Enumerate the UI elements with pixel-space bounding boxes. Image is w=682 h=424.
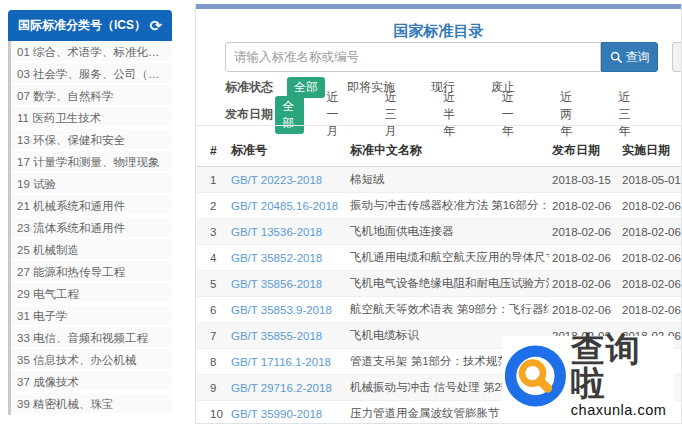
sidebar-item[interactable]: 11 医药卫生技术 <box>11 107 172 129</box>
search-icon <box>610 51 622 63</box>
search-button-label: 查询 <box>626 49 650 66</box>
implement-date-cell: 2018-02-06 <box>619 271 682 297</box>
row-index-cell: 9 <box>196 375 228 401</box>
implement-date-cell: 2018-05-01 <box>619 167 682 193</box>
sidebar-item[interactable]: 29 电气工程 <box>11 283 172 305</box>
row-index-cell: 10 <box>196 401 228 424</box>
watermark-domain: chaxunla.com <box>571 402 674 418</box>
ics-sidebar: 国际标准分类号（ICS） ⟳ 01 综合、术语学、标准化、文献03 社会学、服务… <box>8 10 172 415</box>
standard-number-cell: GB/T 20223-2018 <box>228 167 347 193</box>
publish-date-cell: 2018-02-06 <box>549 297 619 323</box>
implement-date-cell: 2018-02-06 <box>619 219 682 245</box>
standard-number-cell: GB/T 35852-2018 <box>228 245 347 271</box>
standard-number-link[interactable]: GB/T 35855-2018 <box>231 330 322 342</box>
watermark-text-block: 查询啦 chaxunla.com <box>571 332 674 418</box>
sidebar-item[interactable]: 35 信息技术、办公机械 <box>11 349 172 371</box>
standard-number-link[interactable]: GB/T 17116.1-2018 <box>231 356 331 368</box>
standard-name-cell: 飞机通用电缆和航空航天应用的导体尺寸… <box>347 245 549 271</box>
filter-option[interactable]: 近一月 <box>319 87 355 142</box>
sidebar-item[interactable]: 25 机械制造 <box>11 239 172 261</box>
publish-date-cell: 2018-02-06 <box>549 193 619 219</box>
sidebar-item[interactable]: 23 流体系统和通用件 <box>11 217 172 239</box>
sidebar-item[interactable]: 07 数学、自然科学 <box>11 85 172 107</box>
refresh-icon[interactable]: ⟳ <box>149 18 162 33</box>
table-header-cell: 标准中文名称 <box>347 135 549 167</box>
sidebar-item[interactable]: 21 机械系统和通用件 <box>11 195 172 217</box>
table-row: 2GB/T 20485.16-2018振动与冲击传感器校准方法 第16部分：地…… <box>196 193 682 219</box>
standard-number-cell: GB/T 35856-2018 <box>228 271 347 297</box>
table-row: 6GB/T 35853.9-2018航空航天等效术语表 第9部分：飞行器结构20… <box>196 297 682 323</box>
standard-name-cell: 航空航天等效术语表 第9部分：飞行器结构 <box>347 297 549 323</box>
row-index-cell: 6 <box>196 297 228 323</box>
table-header-cell: # <box>196 135 228 167</box>
standard-number-link[interactable]: GB/T 35856-2018 <box>231 278 322 290</box>
standard-number-cell: GB/T 35990-2018 <box>228 401 347 424</box>
publish-date-cell: 2018-03-15 <box>549 167 619 193</box>
standard-number-cell: GB/T 20485.16-2018 <box>228 193 347 219</box>
publish-date-cell: 2018-02-06 <box>549 245 619 271</box>
table-header-cell: 标准号 <box>228 135 347 167</box>
filter-divider <box>196 125 681 126</box>
standard-number-cell: GB/T 29716.2-2018 <box>228 375 347 401</box>
standard-number-link[interactable]: GB/T 35990-2018 <box>231 408 322 420</box>
implement-date-cell: 2018-02-06 <box>619 297 682 323</box>
row-index-cell: 4 <box>196 245 228 271</box>
sidebar-item[interactable]: 01 综合、术语学、标准化、文献 <box>11 41 172 63</box>
standard-name-cell: 振动与冲击传感器校准方法 第16部分：地… <box>347 193 549 219</box>
panel-top-accent <box>196 4 681 9</box>
standard-number-link[interactable]: GB/T 20485.16-2018 <box>231 200 338 212</box>
standard-number-link[interactable]: GB/T 35852-2018 <box>231 252 322 264</box>
sidebar-item[interactable]: 13 环保、保健和安全 <box>11 129 172 151</box>
implement-date-cell: 2018-02-06 <box>619 245 682 271</box>
sidebar-list: 01 综合、术语学、标准化、文献03 社会学、服务、公司（企业）的…07 数学、… <box>8 41 172 415</box>
row-index-cell: 8 <box>196 349 228 375</box>
sidebar-item[interactable]: 27 能源和热传导工程 <box>11 261 172 283</box>
sidebar-item[interactable]: 19 试验 <box>11 173 172 195</box>
table-header-cell: 实施日期 <box>619 135 682 167</box>
sidebar-header: 国际标准分类号（ICS） ⟳ <box>8 10 172 41</box>
row-index-cell: 7 <box>196 323 228 349</box>
sidebar-item[interactable]: 31 电子学 <box>11 305 172 327</box>
publish-date-cell: 2018-02-06 <box>549 219 619 245</box>
chaxunla-logo-icon <box>502 340 569 410</box>
filter-option[interactable]: 近三年 <box>612 87 648 142</box>
row-index-cell: 3 <box>196 219 228 245</box>
standard-number-cell: GB/T 17116.1-2018 <box>228 349 347 375</box>
page-title: 国家标准目录 <box>196 22 681 41</box>
advanced-search-button[interactable]: 高级查询 <box>672 42 682 72</box>
standard-name-cell: 飞机电气设备绝缘电阻和耐电压试验方法 <box>347 271 549 297</box>
filter-option[interactable]: 近一年 <box>495 87 531 142</box>
table-row: 4GB/T 35852-2018飞机通用电缆和航空航天应用的导体尺寸…2018-… <box>196 245 682 271</box>
row-index-cell: 1 <box>196 167 228 193</box>
filter-row-date: 发布日期 全部近一月近三月近半年近一年近两年近三年 <box>225 103 670 126</box>
filter-options: 全部近一月近三月近半年近一年近两年近三年 <box>275 87 670 142</box>
table-header-row: #标准号标准中文名称发布日期实施日期 <box>196 135 682 167</box>
row-index-cell: 5 <box>196 271 228 297</box>
filter-option[interactable]: 全部 <box>275 96 304 134</box>
table-row: 3GB/T 13536-2018飞机地面供电连接器2018-02-062018-… <box>196 219 682 245</box>
filter-option[interactable]: 近三月 <box>378 87 414 142</box>
search-input[interactable] <box>225 42 601 72</box>
sidebar-item[interactable]: 17 计量学和测量、物理现象 <box>11 151 172 173</box>
standard-name-cell: 飞机地面供电连接器 <box>347 219 549 245</box>
standard-number-link[interactable]: GB/T 20223-2018 <box>231 174 322 186</box>
sidebar-item[interactable]: 03 社会学、服务、公司（企业）的… <box>11 63 172 85</box>
filter-option[interactable]: 近两年 <box>553 87 589 142</box>
filter-option[interactable]: 近半年 <box>436 87 472 142</box>
standard-number-link[interactable]: GB/T 29716.2-2018 <box>231 382 332 394</box>
standard-number-link[interactable]: GB/T 13536-2018 <box>231 226 322 238</box>
implement-date-cell: 2018-02-06 <box>619 193 682 219</box>
sidebar-title: 国际标准分类号（ICS） <box>18 10 146 41</box>
table-row: 1GB/T 20223-2018棉短绒2018-03-152018-05-01 <box>196 167 682 193</box>
filter-label: 发布日期 <box>225 106 275 123</box>
sidebar-item[interactable]: 33 电信、音频和视频工程 <box>11 327 172 349</box>
table-header-cell: 发布日期 <box>549 135 619 167</box>
search-button[interactable]: 查询 <box>601 42 658 72</box>
watermark-text: 查询啦 <box>571 332 674 400</box>
standard-number-cell: GB/T 35855-2018 <box>228 323 347 349</box>
sidebar-item[interactable]: 39 精密机械、珠宝 <box>11 393 172 415</box>
standard-number-link[interactable]: GB/T 35853.9-2018 <box>231 304 332 316</box>
watermark: 查询啦 chaxunla.com <box>502 336 674 414</box>
standard-number-cell: GB/T 35853.9-2018 <box>228 297 347 323</box>
sidebar-item[interactable]: 37 成像技术 <box>11 371 172 393</box>
